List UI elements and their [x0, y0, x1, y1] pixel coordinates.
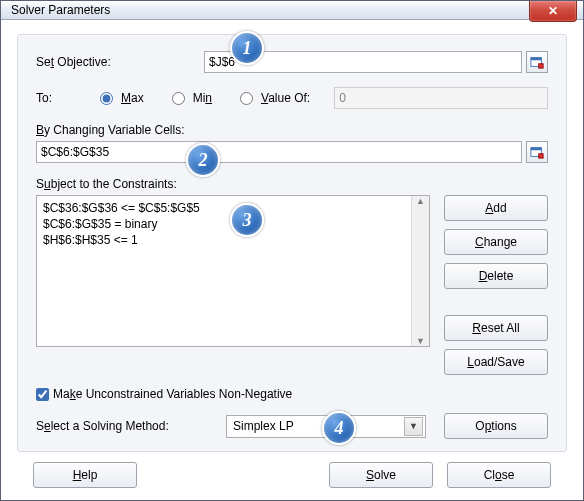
list-item[interactable]: $H$6:$H$35 <= 1	[43, 232, 423, 248]
objective-ref-button[interactable]	[526, 51, 548, 73]
constraints-label: Subject to the Constraints:	[36, 177, 548, 191]
solver-dialog: Solver Parameters ✕ 1 2 3 4 Set Objectiv…	[0, 0, 584, 501]
radio-max[interactable]: Max	[100, 91, 144, 105]
close-icon: ✕	[548, 4, 558, 18]
constraint-buttons: Add Change Delete Reset All Load/Save	[444, 195, 548, 375]
objective-row: Set Objective:	[36, 51, 548, 73]
radio-value-of-input[interactable]	[240, 92, 253, 105]
radio-min-input[interactable]	[172, 92, 185, 105]
value-of-input[interactable]	[334, 87, 548, 109]
callout-4: 4	[322, 411, 356, 445]
changing-cells-input[interactable]	[36, 141, 522, 163]
main-panel: 1 2 3 4 Set Objective: To:	[17, 34, 567, 452]
method-selected-value: Simplex LP	[233, 419, 294, 433]
to-row: To: Max Min Value Of:	[36, 87, 548, 109]
load-save-button[interactable]: Load/Save	[444, 349, 548, 375]
dialog-body: 1 2 3 4 Set Objective: To:	[1, 20, 583, 500]
objective-label: Set Objective:	[36, 55, 204, 69]
scroll-down-icon: ▼	[416, 336, 425, 346]
nonneg-checkbox[interactable]	[36, 388, 49, 401]
solve-button[interactable]: Solve	[329, 462, 433, 488]
nonneg-label: Make Unconstrained Variables Non-Negativ…	[53, 387, 292, 401]
nonneg-checkbox-row[interactable]: Make Unconstrained Variables Non-Negativ…	[36, 387, 548, 401]
reset-all-button[interactable]: Reset All	[444, 315, 548, 341]
window-title: Solver Parameters	[1, 3, 110, 17]
window-close-button[interactable]: ✕	[529, 1, 577, 22]
range-select-icon	[530, 145, 544, 159]
scrollbar[interactable]: ▲▼	[411, 196, 429, 346]
scroll-up-icon: ▲	[416, 196, 425, 206]
radio-value-of[interactable]: Value Of:	[240, 91, 310, 105]
method-row: Select a Solving Method: Simplex LP ▼ Op…	[36, 413, 548, 439]
radio-min[interactable]: Min	[172, 91, 212, 105]
radio-max-input[interactable]	[100, 92, 113, 105]
callout-3: 3	[230, 203, 264, 237]
method-label: Select a Solving Method:	[36, 419, 226, 433]
delete-button[interactable]: Delete	[444, 263, 548, 289]
chevron-down-icon: ▼	[404, 417, 423, 436]
options-button[interactable]: Options	[444, 413, 548, 439]
to-radio-group: Max Min Value Of:	[100, 91, 310, 105]
close-button[interactable]: Close	[447, 462, 551, 488]
title-bar[interactable]: Solver Parameters ✕	[1, 1, 583, 20]
constraints-area: $C$36:$G$36 <= $C$5:$G$5 $C$6:$G$35 = bi…	[36, 195, 548, 375]
to-label: To:	[36, 91, 100, 105]
changing-cells-row	[36, 141, 548, 163]
range-select-icon	[530, 55, 544, 69]
callout-2: 2	[186, 143, 220, 177]
svg-rect-4	[531, 148, 542, 151]
changing-cells-ref-button[interactable]	[526, 141, 548, 163]
footer: Help Solve Close	[17, 452, 567, 488]
add-button[interactable]: Add	[444, 195, 548, 221]
svg-rect-1	[531, 58, 542, 61]
svg-rect-2	[539, 64, 543, 68]
change-button[interactable]: Change	[444, 229, 548, 255]
callout-1: 1	[230, 31, 264, 65]
svg-rect-5	[539, 154, 543, 158]
help-button[interactable]: Help	[33, 462, 137, 488]
changing-cells-label: By Changing Variable Cells:	[36, 123, 548, 137]
